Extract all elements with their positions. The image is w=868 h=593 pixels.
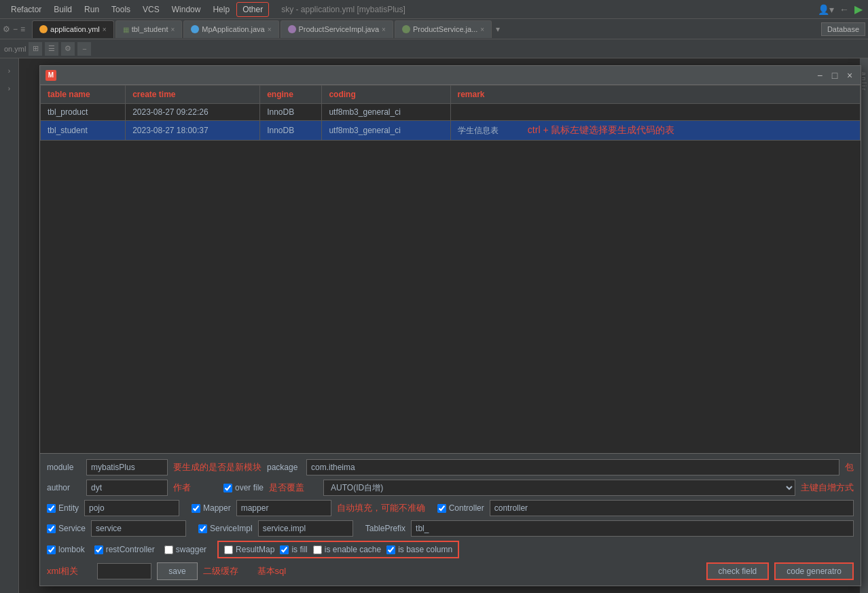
table-area: table name create time engine coding rem…: [40, 85, 861, 453]
tab-icons: ⚙ − ≡: [3, 24, 25, 34]
tab-productservice[interactable]: ProductService.ja... ×: [395, 20, 492, 38]
service-group: Service: [47, 524, 86, 533]
package-label: package: [267, 463, 301, 472]
tab-close-mp[interactable]: ×: [268, 26, 272, 33]
dialog-minimize[interactable]: −: [814, 70, 825, 81]
menu-refactor[interactable]: Refactor: [5, 3, 47, 16]
module-input[interactable]: [86, 459, 168, 475]
tab-tbl-student[interactable]: ▦ tbl_student ×: [115, 20, 183, 38]
rest-controller-checkbox[interactable]: [94, 545, 103, 554]
save-button[interactable]: save: [157, 562, 197, 580]
primary-key-select[interactable]: AUTO(ID自增): [323, 480, 795, 496]
check-field-button[interactable]: check field: [706, 562, 770, 580]
second-cache-annotation: 二级缓存: [203, 565, 238, 577]
menu-vcs[interactable]: VCS: [137, 3, 165, 16]
strip-btn-2[interactable]: ›: [3, 82, 16, 95]
toolbar-indent-btn[interactable]: ⊞: [29, 42, 42, 56]
tab-overflow-btn[interactable]: ▾: [493, 24, 503, 34]
tab-close-ps[interactable]: ×: [480, 26, 484, 33]
settings-icon[interactable]: ⚙: [3, 24, 10, 34]
row2-engine: InnoDB: [260, 121, 322, 141]
lombok-checkbox[interactable]: [47, 545, 56, 554]
profile-icon[interactable]: 👤▾: [818, 4, 834, 15]
menu-icon[interactable]: ≡: [20, 24, 25, 34]
package-input[interactable]: [306, 459, 839, 475]
resultmap-checkbox[interactable]: [224, 545, 233, 554]
strip-btn-1[interactable]: ›: [3, 64, 16, 77]
col-engine: engine: [260, 86, 322, 104]
window-title: sky - application.yml [mybatisPlus]: [281, 5, 405, 14]
menu-other[interactable]: Other: [236, 2, 269, 17]
tab-close-student[interactable]: ×: [170, 26, 175, 33]
menu-tools[interactable]: Tools: [106, 3, 136, 16]
tab-label-mp: MpApplication.java: [202, 25, 264, 33]
data-table: table name create time engine coding rem…: [40, 85, 861, 141]
rest-controller-group: restController: [94, 545, 155, 554]
code-generator-button[interactable]: code generatro: [774, 562, 854, 580]
toolbar-list-btn[interactable]: ☰: [45, 42, 58, 56]
toolbar-settings-btn[interactable]: ⚙: [61, 42, 75, 56]
dialog-maximize[interactable]: □: [829, 70, 840, 81]
save-input[interactable]: [97, 563, 151, 579]
mapper-checkbox[interactable]: [192, 504, 200, 513]
service-input[interactable]: [91, 520, 186, 537]
controller-input[interactable]: [490, 500, 854, 516]
tab-mpapplication[interactable]: MpApplication.java ×: [183, 20, 278, 38]
tab-close-psimpl[interactable]: ×: [382, 26, 386, 33]
back-icon[interactable]: ←: [839, 4, 849, 15]
toolbar: on.yml ⊞ ☰ ⚙ −: [0, 39, 868, 58]
author-input[interactable]: [86, 480, 168, 496]
swagger-label: swagger: [176, 545, 206, 554]
form-row-actions: xml相关 save 二级缓存 基本sql check field code g…: [47, 562, 854, 580]
is-fill-group: is fill: [280, 545, 307, 554]
service-checkbox[interactable]: [47, 524, 56, 533]
tab-icon-student: ▦: [123, 26, 129, 33]
author-annotation: 作者: [173, 482, 191, 494]
entity-checkbox[interactable]: [47, 504, 56, 513]
is-fill-label: is fill: [291, 545, 307, 554]
mapper-group: Mapper: [192, 503, 231, 513]
tab-icon-yml: [39, 25, 48, 33]
tab-application-yml[interactable]: application.yml ×: [32, 20, 114, 38]
over-file-label: over file: [235, 483, 264, 492]
dialog-controls: − □ ×: [814, 70, 855, 81]
tab-label-ps: ProductService.ja...: [413, 25, 477, 33]
main-area: › › a n l i r M − □ ×: [0, 58, 868, 593]
tableprefix-input[interactable]: [411, 520, 854, 537]
entity-input[interactable]: [84, 500, 179, 516]
primary-key-annotation: 主键自增方式: [801, 482, 854, 494]
is-base-column-label: is base column: [398, 545, 452, 554]
is-enable-cache-checkbox[interactable]: [313, 545, 322, 554]
controller-checkbox[interactable]: [437, 504, 446, 513]
toolbar-minus-btn[interactable]: −: [77, 42, 91, 56]
dialog-icon: M: [46, 70, 56, 81]
is-fill-checkbox[interactable]: [280, 545, 289, 554]
table-row[interactable]: tbl_student 2023-08-27 18:00:37 InnoDB u…: [41, 121, 861, 141]
tab-close-yml[interactable]: ×: [103, 26, 107, 33]
dialog-close[interactable]: ×: [844, 70, 855, 81]
tab-icon-psimpl: [288, 25, 296, 33]
menu-run[interactable]: Run: [79, 3, 105, 16]
table-row[interactable]: tbl_product 2023-08-27 09:22:26 InnoDB u…: [41, 104, 861, 121]
form-area: module 要生成的是否是新模块 package 包 author 作者 ov…: [40, 453, 861, 586]
author-label: author: [47, 483, 81, 492]
serviceimpl-input[interactable]: [258, 520, 353, 537]
is-enable-cache-group: is enable cache: [313, 545, 381, 554]
is-base-column-group: is base column: [386, 545, 452, 554]
over-file-checkbox[interactable]: [223, 484, 232, 492]
menu-build[interactable]: Build: [48, 3, 77, 16]
tab-productservice-impl[interactable]: ProductServiceImpl.java ×: [281, 20, 393, 38]
over-file-annotation: 是否覆盖: [269, 482, 304, 494]
minus-icon[interactable]: −: [13, 24, 18, 34]
database-button[interactable]: Database: [821, 22, 865, 36]
run-button[interactable]: ▶: [854, 3, 863, 16]
serviceimpl-checkbox[interactable]: [198, 524, 207, 533]
is-base-column-checkbox[interactable]: [386, 545, 395, 554]
left-strip: › ›: [0, 58, 19, 593]
mapper-input[interactable]: [236, 500, 331, 516]
swagger-checkbox[interactable]: [164, 545, 173, 554]
tab-icon-ps: [402, 25, 410, 33]
menu-help[interactable]: Help: [207, 3, 235, 16]
menu-window[interactable]: Window: [166, 3, 206, 16]
col-coding: coding: [322, 86, 450, 104]
